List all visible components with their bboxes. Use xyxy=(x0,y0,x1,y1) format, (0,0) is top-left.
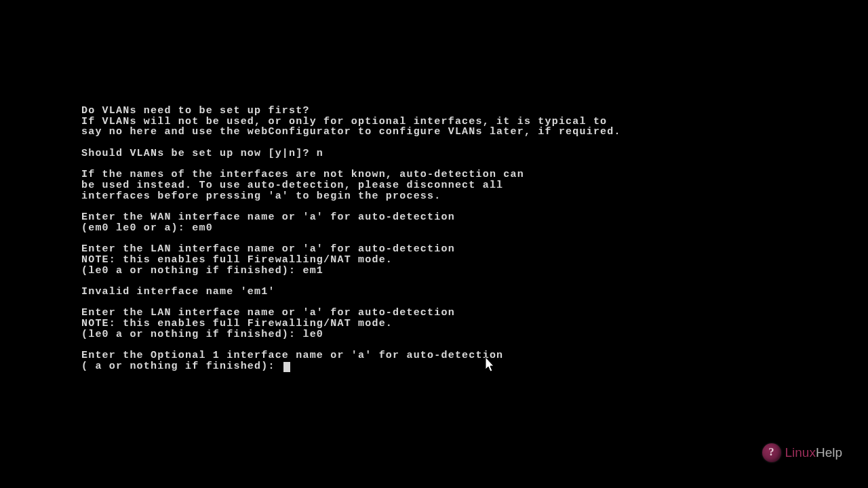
terminal-line: NOTE: this enables full Firewalling/NAT … xyxy=(81,318,393,329)
terminal-line: Enter the Optional 1 interface name or '… xyxy=(81,350,503,361)
terminal-line: (le0 a or nothing if finished): em1 xyxy=(81,265,323,277)
terminal-prompt-line[interactable]: ( a or nothing if finished): xyxy=(81,361,282,372)
terminal-line: be used instead. To use auto-detection, … xyxy=(81,180,503,191)
terminal-line: If the names of the interfaces are not k… xyxy=(81,169,524,180)
terminal-output[interactable]: Do VLANs need to be set up first? If VLA… xyxy=(81,106,621,372)
terminal-line: Enter the LAN interface name or 'a' for … xyxy=(81,307,455,319)
watermark-badge-icon xyxy=(762,443,781,462)
terminal-line: Do VLANs need to be set up first? xyxy=(81,105,310,117)
terminal-line: If VLANs will not be used, or only for o… xyxy=(81,116,607,127)
terminal-line: Invalid interface name 'em1' xyxy=(81,286,275,298)
text-cursor xyxy=(283,362,290,372)
watermark-text: LinuxHelp xyxy=(785,445,843,460)
watermark-text-accent: Linux xyxy=(785,445,816,460)
terminal-line: Enter the WAN interface name or 'a' for … xyxy=(81,211,455,223)
terminal-line: (le0 a or nothing if finished): le0 xyxy=(81,329,323,340)
terminal-line: Enter the LAN interface name or 'a' for … xyxy=(81,243,455,255)
watermark-text-rest: Help xyxy=(816,445,842,460)
watermark-logo: LinuxHelp xyxy=(762,443,843,462)
terminal-line: say no here and use the webConfigurator … xyxy=(81,126,621,138)
terminal-line: NOTE: this enables full Firewalling/NAT … xyxy=(81,254,393,266)
terminal-line: Should VLANs be set up now [y|n]? n xyxy=(81,148,323,159)
terminal-line: (em0 le0 or a): em0 xyxy=(81,222,213,234)
terminal-line: interfaces before pressing 'a' to begin … xyxy=(81,190,441,202)
